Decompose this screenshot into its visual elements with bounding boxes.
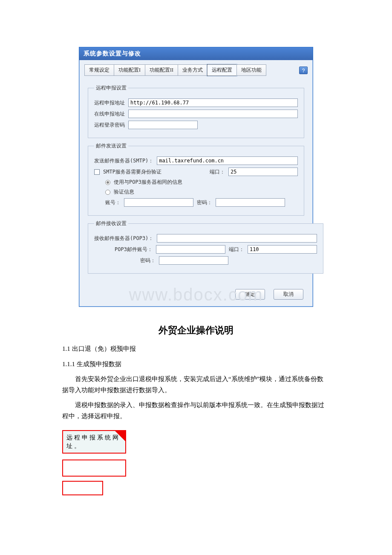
doc-para2: 退税申报数据的录入、申报数据检查操作与以前版本申报系统一致。在生成预申报数据过程… [62,400,330,422]
doc-sec2: 1.1.1 生成预申报数据 [62,359,330,370]
online-addr-label: 在线申报地址 [94,110,125,118]
smtp-port-input[interactable] [228,168,298,176]
smtp-opt-pop3same-radio[interactable] [105,180,110,185]
smtp-port-label: 端口： [210,168,225,176]
callout-box-2 [62,460,126,477]
callout-box-3 [62,481,103,495]
tab-remote[interactable]: 远程配置 [207,64,237,76]
remote-legend: 远程申报设置 [94,84,128,92]
cancel-button[interactable]: 取消 [274,289,303,300]
callout-text: 远程申报系统网址。 [66,434,120,449]
remote-pw-label: 远程登录密码 [94,121,125,129]
tab-biz[interactable]: 业务方式 [178,64,208,76]
remote-pw-input[interactable] [128,121,198,129]
panel-body: 远程申报设置 远程申报地址 在线申报地址 远程登录密码 邮件发送设置 发送邮件服… [79,76,313,282]
smtp-legend: 邮件发送设置 [94,142,128,150]
pop3-port-input[interactable] [248,245,317,254]
doc-para1: 首先安装外贸企业出口退税申报系统，安装完成后进入“系统维护”模块，通过系统备份数… [62,374,330,396]
tab-strip: 常规设定 功能配置I 功能配置II 业务方式 远程配置 地区功能 ? [79,60,313,76]
ok-button[interactable]: 确定 [235,289,265,300]
tab-general[interactable]: 常规设定 [84,64,114,76]
doc-heading: 外贸企业操作说明 [60,324,332,337]
pop3-fieldset: 邮件接收设置 接收邮件服务器(POP3)： POP3邮件账号： 端口： 密码： [88,220,323,274]
pop3-server-label: 接收邮件服务器(POP3)： [94,235,153,242]
pop3-acct-label: POP3邮件账号： [115,246,153,253]
smtp-server-input[interactable] [157,156,298,165]
remote-fieldset: 远程申报设置 远程申报地址 在线申报地址 远程登录密码 [88,84,304,138]
dialog-title: 系统参数设置与修改 [79,47,313,60]
pop3-acct-input[interactable] [156,245,225,254]
smtp-acct-input[interactable] [124,198,193,207]
smtp-fieldset: 邮件发送设置 发送邮件服务器(SMTP)： SMTP服务器需要身份验证 端口： … [88,142,304,216]
smtp-server-label: 发送邮件服务器(SMTP)： [94,157,153,165]
smtp-acct-label: 账号： [105,199,121,206]
doc-sec1: 1.1 出口退（免）税预申报 [62,344,330,355]
smtp-opt-auth-label: 验证信息 [114,188,134,196]
pop3-pwd-label: 密码： [140,257,156,264]
remote-addr-input[interactable] [128,98,298,107]
callout-flag-icon [114,430,126,442]
smtp-auth-label: SMTP服务器需要身份验证 [103,168,161,176]
smtp-auth-checkbox[interactable] [94,169,100,175]
pop3-server-input[interactable] [157,234,317,243]
pop3-port-label: 端口： [229,246,244,253]
callouts: 远程申报系统网址。 [62,430,332,495]
callout-remote-url: 远程申报系统网址。 [62,430,126,454]
settings-dialog: 系统参数设置与修改 常规设定 功能配置I 功能配置II 业务方式 远程配置 地区… [79,47,313,307]
smtp-opt-pop3same-label: 使用与POP3服务器相同的信息 [114,179,182,186]
tab-func2[interactable]: 功能配置II [145,64,178,76]
help-button[interactable]: ? [299,66,308,74]
button-row: www.bdocx.com 确定 取消 [79,282,313,306]
pop3-pwd-input[interactable] [159,256,228,265]
smtp-pwd-input[interactable] [216,198,285,207]
smtp-pwd-label: 密码： [197,199,212,206]
smtp-opt-auth-radio[interactable] [105,190,110,195]
pop3-legend: 邮件接收设置 [94,220,128,227]
tab-region[interactable]: 地区功能 [236,64,266,76]
online-addr-input[interactable] [128,110,298,118]
tab-func1[interactable]: 功能配置I [114,64,145,76]
remote-addr-label: 远程申报地址 [94,99,125,107]
